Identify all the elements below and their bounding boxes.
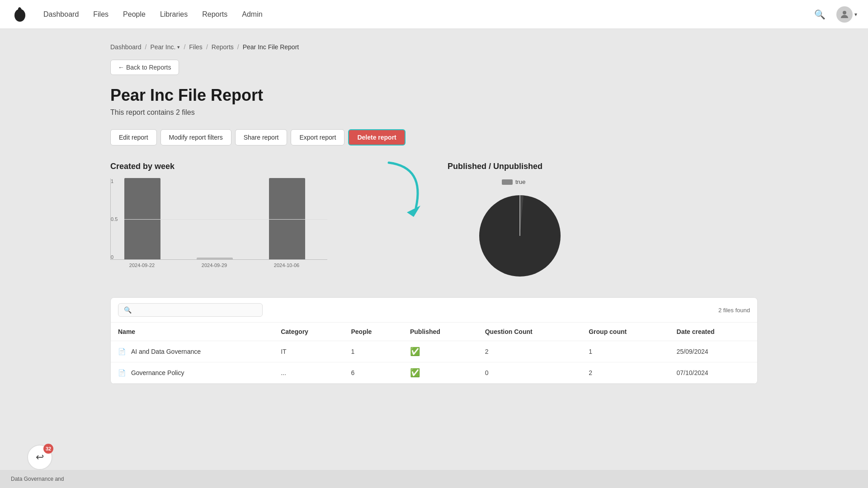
col-name: Name <box>111 323 274 341</box>
breadcrumb-sep-4: / <box>237 43 239 51</box>
published-check-icon: ✅ <box>410 368 420 377</box>
cell-published-1: ✅ <box>403 362 478 384</box>
export-report-button[interactable]: Export report <box>291 129 344 145</box>
nav-files[interactable]: Files <box>93 9 108 20</box>
bar-2 <box>197 258 233 259</box>
cell-published-0: ✅ <box>403 341 478 362</box>
files-found-count: 2 files found <box>718 307 750 314</box>
notification-button[interactable]: 32 ↩ <box>27 445 52 470</box>
search-input-wrapper[interactable]: 🔍 <box>118 303 263 317</box>
search-icon[interactable]: 🔍 <box>814 9 826 20</box>
pie-legend: true <box>502 178 525 185</box>
file-icon: 📄 <box>118 348 126 355</box>
nav-links: Dashboard Files People Libraries Reports… <box>43 9 807 20</box>
cell-category-1: ... <box>274 362 344 384</box>
chevron-down-icon[interactable]: ▾ <box>854 11 857 18</box>
y-label-05: 0.5 <box>111 216 118 222</box>
page-subtitle: This report contains 2 files <box>110 108 758 117</box>
nav-libraries[interactable]: Libraries <box>160 9 188 20</box>
cell-people-0: 1 <box>344 341 403 362</box>
delete-report-button[interactable]: Delete report <box>348 129 405 145</box>
breadcrumb-files[interactable]: Files <box>189 43 203 51</box>
back-to-reports-button[interactable]: ← Back to Reports <box>110 60 179 75</box>
y-label-1: 1 <box>111 178 118 184</box>
nav-people[interactable]: People <box>123 9 146 20</box>
charts-section: Created by week 1 0.5 0 2024-09-22 2024-… <box>110 162 758 281</box>
published-check-icon: ✅ <box>410 347 420 356</box>
nav-dashboard[interactable]: Dashboard <box>43 9 79 20</box>
cell-group-count-1: 2 <box>581 362 669 384</box>
breadcrumb: Dashboard / Pear Inc. ▾ / Files / Report… <box>110 43 758 51</box>
table-header-row: Name Category People Published Question … <box>111 323 757 341</box>
bottom-bar: Data Governance and <box>0 470 868 488</box>
nav-admin[interactable]: Admin <box>242 9 262 20</box>
page-title: Pear Inc File Report <box>110 86 758 105</box>
cell-name-1: 📄 Governance Policy <box>111 362 274 384</box>
bar-1 <box>124 178 160 259</box>
top-nav: Dashboard Files People Libraries Reports… <box>0 0 868 29</box>
pie-legend-color-true <box>502 179 513 185</box>
search-input[interactable] <box>135 306 257 314</box>
app-logo[interactable] <box>11 5 29 23</box>
svg-point-2 <box>843 11 846 14</box>
main-content: Dashboard / Pear Inc. ▾ / Files / Report… <box>0 29 868 384</box>
bar-3 <box>269 178 305 259</box>
pie-chart-svg <box>475 191 565 281</box>
bar-chart-container: Created by week 1 0.5 0 2024-09-22 2024-… <box>110 162 420 281</box>
cell-group-count-0: 1 <box>581 341 669 362</box>
bar-chart-inner: 1 0.5 0 <box>110 178 327 260</box>
col-published: Published <box>403 323 478 341</box>
col-date-created: Date created <box>670 323 757 341</box>
breadcrumb-current: Pear Inc File Report <box>243 43 299 51</box>
col-group-count: Group count <box>581 323 669 341</box>
y-label-0: 0 <box>111 254 118 260</box>
file-name-1[interactable]: Governance Policy <box>131 369 184 376</box>
breadcrumb-sep-1: / <box>145 43 147 51</box>
table-row: 📄 AI and Data Governance IT 1 ✅ 2 1 25/0… <box>111 341 757 362</box>
bar-labels: 2024-09-22 2024-09-29 2024-10-06 <box>110 263 327 268</box>
share-report-button[interactable]: Share report <box>235 129 288 145</box>
breadcrumb-pear-inc[interactable]: Pear Inc. ▾ <box>150 43 180 51</box>
pie-legend-label-true: true <box>515 178 525 185</box>
breadcrumb-reports[interactable]: Reports <box>212 43 234 51</box>
files-table: Name Category People Published Question … <box>111 323 757 384</box>
col-question-count: Question Count <box>478 323 582 341</box>
delete-button-wrapper: Delete report <box>348 129 405 145</box>
bar-label-1: 2024-09-22 <box>124 263 160 268</box>
cell-date-created-1: 07/10/2024 <box>670 362 757 384</box>
action-buttons: Edit report Modify report filters Share … <box>110 129 758 145</box>
bottom-bar-text: Data Governance and <box>11 476 64 482</box>
cell-category-0: IT <box>274 341 344 362</box>
breadcrumb-sep-2: / <box>184 43 185 51</box>
notification-count: 32 <box>43 444 53 454</box>
file-icon: 📄 <box>118 369 126 376</box>
cell-question-count-0: 2 <box>478 341 582 362</box>
bar-chart: 1 0.5 0 2024-09-22 2024-09-29 2024-10-06 <box>110 178 327 269</box>
bar-label-3: 2024-10-06 <box>269 263 305 268</box>
pie-chart-title: Published / Unpublished <box>448 162 758 171</box>
cell-question-count-1: 0 <box>478 362 582 384</box>
cell-people-1: 6 <box>344 362 403 384</box>
file-name-0[interactable]: AI and Data Governance <box>131 348 201 355</box>
files-table-section: 🔍 2 files found Name Category People Pub… <box>110 297 758 384</box>
breadcrumb-dashboard[interactable]: Dashboard <box>110 43 142 51</box>
bar-chart-title: Created by week <box>110 162 420 171</box>
notification-icon: ↩ <box>36 451 44 463</box>
search-icon: 🔍 <box>124 306 132 314</box>
notification-badge[interactable]: 32 ↩ <box>27 445 52 470</box>
avatar[interactable] <box>836 6 853 23</box>
pie-chart-container: Published / Unpublished true <box>448 162 758 281</box>
col-category: Category <box>274 323 344 341</box>
breadcrumb-sep-3: / <box>206 43 208 51</box>
chevron-down-icon: ▾ <box>177 44 180 50</box>
nav-reports[interactable]: Reports <box>202 9 227 20</box>
breadcrumb-pear-label: Pear Inc. <box>150 43 175 51</box>
cell-date-created-0: 25/09/2024 <box>670 341 757 362</box>
edit-report-button[interactable]: Edit report <box>110 129 157 145</box>
modify-report-filters-button[interactable]: Modify report filters <box>160 129 231 145</box>
y-axis-labels: 1 0.5 0 <box>111 178 118 260</box>
col-people: People <box>344 323 403 341</box>
table-search-bar: 🔍 2 files found <box>111 298 757 323</box>
bar-label-2: 2024-09-29 <box>196 263 232 268</box>
h-line-half <box>124 219 327 220</box>
